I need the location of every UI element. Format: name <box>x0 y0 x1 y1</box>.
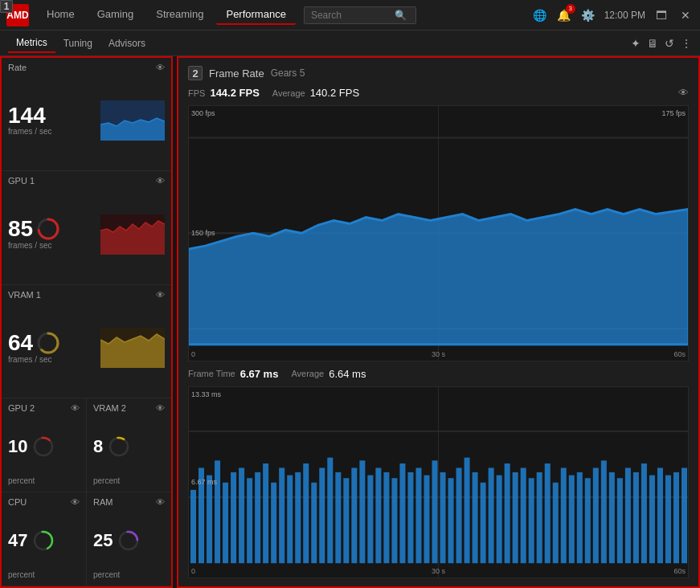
svg-rect-86 <box>657 468 663 563</box>
svg-rect-80 <box>609 472 615 563</box>
svg-rect-78 <box>593 468 599 563</box>
window-icon[interactable]: 🗖 <box>653 7 669 23</box>
svg-rect-63 <box>473 472 478 563</box>
gpu2-unit: percent <box>8 476 80 487</box>
svg-rect-89 <box>682 468 687 563</box>
svg-rect-58 <box>432 460 437 563</box>
svg-rect-35 <box>247 478 252 563</box>
gpu1-label: GPU 1 <box>8 176 35 186</box>
svg-rect-56 <box>415 468 421 563</box>
svg-rect-50 <box>367 475 373 563</box>
frame-rate-unit: frames / sec <box>8 127 51 137</box>
frame-rate-label: Rate <box>8 63 27 72</box>
ram-eye[interactable]: 👁 <box>156 497 165 507</box>
top-nav: AMD Home Gaming Streaming Performance 🔍 … <box>0 0 700 31</box>
metric-cpu: CPU 👁 47 percent <box>2 492 87 586</box>
frame-rate-eye[interactable]: 👁 <box>156 63 165 72</box>
fps-chart-ymid: 150 fps <box>191 229 215 237</box>
vram1-eye[interactable]: 👁 <box>156 290 165 300</box>
svg-rect-46 <box>335 472 341 563</box>
notification-icon[interactable]: 🔔 3 <box>556 7 572 23</box>
vram2-unit: percent <box>93 476 165 487</box>
vram1-value: 64 <box>8 332 33 354</box>
cpu-eye[interactable]: 👁 <box>71 497 80 507</box>
svg-rect-32 <box>223 482 228 562</box>
fps-avg-value: 140.2 FPS <box>310 87 359 99</box>
fps-eye[interactable]: 👁 <box>678 87 689 99</box>
cpu-label: CPU <box>8 497 27 507</box>
fps-chart-ymax: 300 fps <box>191 109 215 117</box>
nav-right: 🌐 🔔 3 ⚙️ 12:00 PM 🗖 ✕ <box>532 7 694 23</box>
svg-rect-66 <box>497 475 502 563</box>
clock: 12:00 PM <box>604 10 645 21</box>
vram1-chart <box>100 328 165 368</box>
gpu1-unit: frames / sec <box>8 241 60 251</box>
svg-rect-69 <box>521 468 526 563</box>
search-bar[interactable]: 🔍 <box>304 6 416 24</box>
metric-gpu1: GPU 1 👁 85 frames / sec <box>2 171 171 284</box>
subnav-tuning[interactable]: Tuning <box>55 35 100 52</box>
subnav-right: ✦ 🖥 ↺ ⋮ <box>631 37 692 50</box>
add-icon[interactable]: ✦ <box>631 37 641 50</box>
svg-rect-36 <box>255 472 260 563</box>
svg-rect-82 <box>625 468 631 563</box>
svg-rect-49 <box>359 460 365 563</box>
nav-home[interactable]: Home <box>37 5 84 25</box>
svg-rect-43 <box>311 482 317 562</box>
nav-gaming[interactable]: Gaming <box>88 5 144 25</box>
close-icon[interactable]: ✕ <box>677 7 694 23</box>
subnav-advisors[interactable]: Advisors <box>100 35 154 52</box>
vram2-eye[interactable]: 👁 <box>156 403 165 413</box>
subnav-metrics[interactable]: Metrics <box>8 34 55 53</box>
svg-rect-53 <box>391 478 397 563</box>
svg-rect-33 <box>231 472 236 563</box>
frame-time-label: Frame Time <box>188 369 235 378</box>
svg-rect-42 <box>303 463 309 563</box>
svg-rect-40 <box>287 475 293 563</box>
frame-time-row: Frame Time 6.67 ms Average 6.64 ms <box>188 368 689 380</box>
ram-value: 25 <box>93 532 113 549</box>
left-panel-number: 1 <box>0 0 13 13</box>
monitor-icon[interactable]: 🖥 <box>647 37 658 50</box>
right-panel-title: 2 Frame Rate Gears 5 <box>188 66 689 80</box>
search-icon: 🔍 <box>395 10 407 21</box>
svg-rect-68 <box>513 472 518 563</box>
svg-rect-48 <box>351 468 357 563</box>
svg-rect-41 <box>295 472 301 563</box>
gpu2-vram2-row: GPU 2 👁 10 percent VRAM 2 👁 <box>2 398 171 492</box>
frame-chart-xmid: 30 s <box>432 567 445 575</box>
gpu1-chart <box>100 214 165 255</box>
gpu2-value: 10 <box>8 438 27 455</box>
svg-rect-52 <box>383 472 389 563</box>
frame-chart-xend: 60s <box>673 567 686 575</box>
ram-label: RAM <box>93 497 113 507</box>
more-icon[interactable]: ⋮ <box>681 37 692 50</box>
svg-rect-71 <box>537 472 542 563</box>
fps-label: FPS <box>188 88 205 98</box>
vram1-label: VRAM 1 <box>8 290 41 300</box>
svg-rect-70 <box>529 478 534 563</box>
settings-icon[interactable]: ⚙️ <box>580 7 596 23</box>
sub-nav: Metrics Tuning Advisors ✦ 🖥 ↺ ⋮ <box>0 31 700 56</box>
metric-ram: RAM 👁 25 percent <box>87 492 171 586</box>
frame-time-avg-label: Average <box>291 369 324 378</box>
svg-rect-67 <box>505 463 510 563</box>
search-input[interactable] <box>311 10 391 21</box>
frame-rate-chart <box>100 100 165 141</box>
gpu1-eye[interactable]: 👁 <box>156 176 165 186</box>
cpu-unit: percent <box>8 570 80 581</box>
svg-rect-44 <box>319 468 325 563</box>
fps-chart-yright: 175 fps <box>661 109 686 117</box>
globe-icon[interactable]: 🌐 <box>532 7 548 23</box>
right-panel: 2 Frame Rate Gears 5 FPS 144.2 FPS Avera… <box>177 56 700 588</box>
svg-rect-77 <box>585 478 591 563</box>
gpu2-eye[interactable]: 👁 <box>71 403 80 413</box>
svg-rect-85 <box>649 475 655 563</box>
svg-rect-81 <box>617 478 623 563</box>
svg-rect-55 <box>407 472 413 563</box>
svg-rect-57 <box>424 475 429 563</box>
svg-rect-39 <box>279 468 285 563</box>
nav-performance[interactable]: Performance <box>216 5 295 25</box>
nav-streaming[interactable]: Streaming <box>146 5 213 25</box>
reset-icon[interactable]: ↺ <box>665 37 674 50</box>
